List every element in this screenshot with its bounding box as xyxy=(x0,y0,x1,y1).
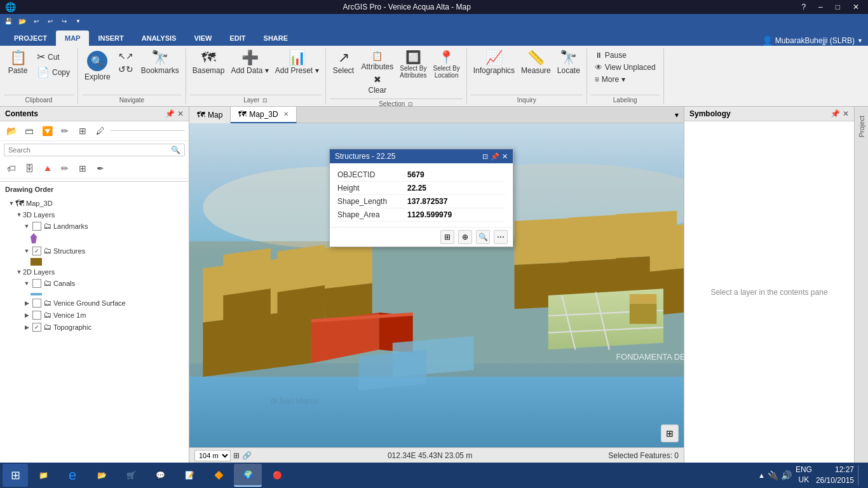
more-button[interactable]: ≡ More ▾ xyxy=(591,74,660,85)
taskbar-app-chrome[interactable]: 🔶 xyxy=(205,464,233,487)
taskbar-app-skype[interactable]: 💬 xyxy=(146,464,174,487)
tree-item-landmarks[interactable]: ▼ 🗂 Landmarks xyxy=(0,220,189,232)
add-preset-button[interactable]: 📊 Add Preset ▾ xyxy=(273,50,322,76)
scale-sync-button[interactable]: ⊞ xyxy=(233,451,240,460)
scale-dropdown[interactable]: 104 m xyxy=(194,450,231,461)
help-button[interactable]: ? xyxy=(797,3,810,11)
venice-ground-checkbox[interactable] xyxy=(32,299,41,308)
tree-item-canals[interactable]: ▼ 🗂 Canals xyxy=(0,277,189,289)
search-submit-button[interactable]: 🔍 xyxy=(167,144,184,156)
undo-quick-btn[interactable]: ↩ xyxy=(31,15,42,27)
tab-insert[interactable]: INSERT xyxy=(89,30,132,46)
taskbar-app-arcgis[interactable]: 🌍 xyxy=(234,464,262,487)
nav-btn-1[interactable]: ↖↗ xyxy=(114,50,137,62)
popup-expand-button[interactable]: ⊡ xyxy=(482,152,488,161)
start-button[interactable]: ⊞ xyxy=(3,464,28,487)
topographic-checkbox[interactable]: ✓ xyxy=(32,323,41,332)
taskbar-app-office[interactable]: 🔴 xyxy=(263,464,291,487)
filter-btn-4[interactable]: ✏ xyxy=(57,161,72,175)
customize-quick-btn[interactable]: ▼ xyxy=(72,15,84,27)
restore-button[interactable]: □ xyxy=(832,3,844,11)
tab-edit[interactable]: EDIT xyxy=(221,30,255,46)
filter-btn-6[interactable]: ✒ xyxy=(93,161,108,175)
tree-item-venice-ground[interactable]: ▶ 🗂 Venice Ground Surface xyxy=(0,297,189,309)
tray-arrow-icon[interactable]: ▲ xyxy=(758,471,765,479)
attributes-button[interactable]: 📋 Attributes xyxy=(359,50,397,72)
taskbar-app-notes[interactable]: 📝 xyxy=(175,464,203,487)
popup-more-button[interactable]: ⋯ xyxy=(494,230,508,244)
filter-btn-5[interactable]: ⊞ xyxy=(75,161,90,175)
table-view-button[interactable]: 🗃 xyxy=(22,124,37,138)
select-button[interactable]: ↗ Select xyxy=(330,50,358,76)
paste-button[interactable]: 📋 Paste xyxy=(4,50,32,76)
popup-pin-button[interactable]: 📌 xyxy=(491,152,499,161)
tree-item-2dlayers[interactable]: ▼ 2D Layers xyxy=(0,267,189,277)
taskbar-clock[interactable]: 12:27 26/10/2015 xyxy=(816,464,854,486)
contents-close-button[interactable]: ✕ xyxy=(177,109,184,118)
pause-button[interactable]: ⏸ Pause xyxy=(591,50,660,61)
map3d-tab-close-button[interactable]: ✕ xyxy=(283,111,288,118)
edit-layer-button[interactable]: 🖊 xyxy=(93,124,108,138)
layer-expand-icon[interactable]: ⊡ xyxy=(262,97,268,104)
list-view-button[interactable]: 📂 xyxy=(4,124,19,138)
tab-project[interactable]: PROJECT xyxy=(5,30,56,46)
popup-zoom-button[interactable]: ⊕ xyxy=(458,230,472,244)
select-by-attributes-button[interactable]: 🔲 Select By Attributes xyxy=(397,50,429,80)
map-corner-button[interactable]: ⊞ xyxy=(661,424,679,442)
cut-button[interactable]: ✂ Cut xyxy=(33,50,74,64)
map-canvas[interactable]: di San Marco xyxy=(189,123,684,447)
canals-checkbox[interactable] xyxy=(32,279,41,288)
tab-map[interactable]: MAP xyxy=(56,30,89,46)
redo-quick-btn[interactable]: ↪ xyxy=(58,15,70,27)
add-layer-button[interactable]: ✏ xyxy=(57,124,72,138)
scale-link-button[interactable]: 🔗 xyxy=(242,451,252,460)
copy-button[interactable]: 📄 Copy xyxy=(33,65,74,79)
symbology-close-button[interactable]: ✕ xyxy=(843,109,849,118)
structures-checkbox[interactable]: ✓ xyxy=(32,247,41,255)
tab-map3d-view[interactable]: 🗺 Map_3D ✕ xyxy=(231,107,296,123)
filter-btn-1[interactable]: 🏷 xyxy=(4,161,19,175)
filter-btn-3[interactable]: 🔺 xyxy=(39,161,55,175)
bookmarks-button[interactable]: 🔭 Bookmarks xyxy=(139,50,182,76)
tab-analysis[interactable]: ANALYSIS xyxy=(133,30,186,46)
filter-btn-2[interactable]: 🗄 xyxy=(22,161,37,175)
tree-item-venice-1m[interactable]: ▶ 🗂 Venice 1m xyxy=(0,309,189,321)
tree-item-map3d[interactable]: ▼ 🗺 Map_3D xyxy=(0,197,189,210)
tab-dropdown-button[interactable]: ▾ xyxy=(670,111,684,119)
view-unplaced-button[interactable]: 👁 View Unplaced xyxy=(591,62,660,73)
popup-flash-button[interactable]: 🔍 xyxy=(476,230,490,244)
basemap-button[interactable]: 🗺 Basemap xyxy=(190,50,227,76)
select-by-location-button[interactable]: 📍 Select By Location xyxy=(430,50,462,80)
minimize-button[interactable]: – xyxy=(815,3,827,11)
show-desktop-button[interactable] xyxy=(858,465,862,485)
group-layer-button[interactable]: ⊞ xyxy=(75,124,90,138)
project-vertical-tab[interactable]: Project xyxy=(855,112,868,141)
filter-button[interactable]: 🔽 xyxy=(39,124,55,138)
add-data-button[interactable]: ➕ Add Data ▾ xyxy=(228,50,271,76)
symbology-pin-button[interactable]: 📌 xyxy=(831,109,840,118)
infographics-button[interactable]: 📈 Infographics xyxy=(471,50,517,76)
user-dropdown-icon[interactable]: ▼ xyxy=(857,37,863,44)
tray-network-icon[interactable]: 🔌 xyxy=(768,470,778,480)
contents-pin-button[interactable]: 📌 xyxy=(165,109,175,118)
tab-share[interactable]: SHARE xyxy=(255,30,297,46)
close-button[interactable]: ✕ xyxy=(849,3,863,11)
nav-btn-2[interactable]: ↺↻ xyxy=(114,63,137,76)
popup-table-button[interactable]: ⊞ xyxy=(440,230,454,244)
taskbar-app-file-explorer[interactable]: 📁 xyxy=(29,464,57,487)
undo2-quick-btn[interactable]: ↩ xyxy=(44,15,56,27)
locate-button[interactable]: 🔭 Locate xyxy=(555,50,583,76)
popup-close-button[interactable]: ✕ xyxy=(502,152,508,161)
taskbar-app-explorer[interactable]: 📂 xyxy=(88,464,116,487)
explore-button[interactable]: 🔍 Explore xyxy=(82,50,113,83)
landmarks-checkbox[interactable] xyxy=(32,222,41,231)
tab-view[interactable]: VIEW xyxy=(185,30,220,46)
venice-1m-checkbox[interactable] xyxy=(32,311,41,320)
tab-map-view[interactable]: 🗺 Map xyxy=(189,107,231,123)
open-quick-btn[interactable]: 📂 xyxy=(17,15,28,27)
taskbar-app-ie[interactable]: e xyxy=(58,464,86,487)
measure-button[interactable]: 📏 Measure xyxy=(519,50,553,76)
tree-item-topographic[interactable]: ▶ ✓ 🗂 Topographic xyxy=(0,321,189,333)
tree-item-structures[interactable]: ▼ ✓ 🗂 Structures xyxy=(0,245,189,257)
tray-volume-icon[interactable]: 🔊 xyxy=(781,470,792,480)
